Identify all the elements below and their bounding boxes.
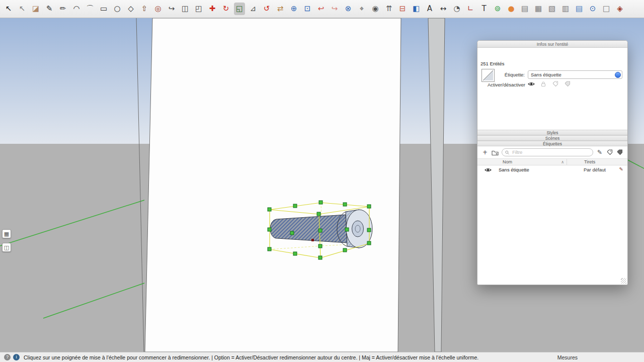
select-tool-icon[interactable]: ↖ [3,3,14,15]
help-icon[interactable]: ? [4,354,11,360]
scale-handle[interactable] [318,229,322,232]
add-tag-button[interactable]: + [481,148,489,156]
line-tool-icon[interactable]: ✎ [44,3,55,15]
solid-tools-icon[interactable]: ◰ [193,3,204,15]
scale-handle[interactable] [343,203,347,206]
text-tool-icon[interactable]: A [424,3,435,15]
followme-tool-icon[interactable]: ↪ [166,3,177,15]
scale-handle[interactable] [319,201,323,204]
zoom-tool-icon[interactable]: ⊕ [288,3,299,15]
tool-glyph: ⇈ [386,5,392,13]
tags-panel-icon[interactable]: ▥ [560,3,571,15]
outliner-panel-icon[interactable]: ▤ [574,3,585,15]
column-header-dashes[interactable]: Tirets [567,159,627,165]
tag-row[interactable]: Sans étiquette Par défaut ✎ [477,165,627,174]
add-tag-folder-button[interactable] [492,148,499,156]
receive-shadows-tag-icon[interactable] [563,80,572,87]
tray-tab-styles[interactable]: Styles [477,130,627,135]
rectangle-tool-icon[interactable]: ▭ [98,3,109,15]
protractor-tool-icon[interactable]: ◔ [451,3,462,15]
scale-handle[interactable] [317,212,320,216]
circle-tool-icon[interactable]: ○ [112,3,123,15]
scale-handle[interactable] [367,241,371,245]
scale-tool-icon[interactable]: ◱ [234,3,245,15]
measurements-input[interactable] [581,354,640,361]
scale-handle[interactable] [293,204,297,208]
scale-handle[interactable] [268,208,271,211]
offset-tool-icon[interactable]: ◎ [152,3,164,15]
tool-glyph: ◧ [413,5,420,13]
preferences-icon[interactable]: □ [601,3,612,15]
sort-caret-icon[interactable]: ∧ [561,160,564,164]
instructor-toggle-button[interactable]: ▦ [2,229,11,238]
scale-handle[interactable] [290,231,294,235]
tag-edit-pencil-icon[interactable]: ✎ [619,166,623,172]
visibility-eye-icon[interactable] [527,80,535,87]
extension-warehouse-icon[interactable]: ◈ [614,3,625,15]
previous-view-icon[interactable]: ↩ [315,3,327,15]
walk-tool-icon[interactable]: ⇈ [383,3,394,15]
components-panel-icon[interactable]: ▤ [519,3,530,15]
two-point-arc-tool-icon[interactable]: ⌒ [85,3,96,15]
freehand-tool-icon[interactable]: ✏ [57,3,68,15]
pushpull-tool-icon[interactable]: ⇧ [139,3,150,15]
panel-resize-grip[interactable] [621,278,626,284]
model-info-icon[interactable]: ⊙ [587,3,598,15]
paint-bucket-tool-icon[interactable]: ◧ [411,3,422,15]
tag-filled-icon[interactable] [616,148,623,156]
tape-measure-tool-icon[interactable]: ⊿ [248,3,259,15]
tags-filter-input[interactable] [511,149,590,155]
combo-dropdown-icon[interactable] [615,72,621,78]
tool-glyph: ✏ [60,5,66,13]
tags-filter-search[interactable] [502,148,593,156]
tag-visibility-eye-icon[interactable] [477,167,499,172]
arc-tool-icon[interactable]: ◠ [71,3,82,15]
scale-handle[interactable] [268,247,271,251]
tray-tab-scenes[interactable]: Scènes [477,135,627,141]
materials-panel-icon[interactable]: ▦ [533,3,544,15]
panel-title[interactable]: Infos sur l'entité [477,41,627,48]
intersect-tool-icon[interactable]: ◫ [180,3,191,15]
axes-tool-icon[interactable]: ∟ [465,3,476,15]
position-camera-icon[interactable]: ⌖ [356,3,367,15]
scale-handle[interactable] [318,244,322,248]
column-header-name[interactable]: Nom ∧ [477,159,567,164]
add-location-icon[interactable]: ⊚ [492,3,503,15]
next-view-icon[interactable]: ↪ [329,3,340,15]
rotate-tool-icon[interactable]: ↻ [220,3,231,15]
section-plane-tool-icon[interactable]: ⊟ [397,3,408,15]
component-person-icon[interactable]: ● [506,3,517,15]
move-tool-icon[interactable]: ✚ [207,3,218,15]
lasso-select-tool-icon[interactable]: ↖ [17,3,28,15]
dimension-tool-icon[interactable]: ↔ [438,3,449,15]
cast-shadows-tag-icon[interactable] [551,80,559,87]
polygon-tool-icon[interactable]: ◇ [125,3,136,15]
scale-handle[interactable] [345,228,349,231]
pan-tool-icon[interactable]: ⇄ [275,3,286,15]
tag-name[interactable]: Sans étiquette [499,167,567,172]
zoom-window-tool-icon[interactable]: ⊡ [302,3,313,15]
geolocation-icon[interactable]: i [13,354,20,360]
edit-pencil-icon[interactable]: ✎ [596,148,603,156]
styles-panel-icon[interactable]: ▧ [546,3,557,15]
lock-icon[interactable] [539,80,547,87]
etiquette-combobox[interactable]: Sans étiquette [528,70,622,79]
scale-handle[interactable] [268,228,271,231]
orbit-tool-icon[interactable]: ↺ [261,3,272,15]
drawing-plane-face[interactable] [145,18,401,352]
zoom-extents-icon[interactable]: ⊗ [343,3,354,15]
scale-handle[interactable] [318,256,322,259]
display-toggle-button[interactable]: ◫ [2,243,11,252]
tool-glyph: ↖ [19,5,26,13]
tag-outline-icon[interactable] [606,148,613,156]
scale-handle[interactable] [367,228,371,232]
3d-text-tool-icon[interactable]: T [478,3,490,15]
scale-handle[interactable] [293,252,297,255]
scale-handle[interactable] [343,248,347,252]
model-shaft[interactable] [270,215,347,243]
scale-handle[interactable] [367,205,371,208]
tag-dashes-value[interactable]: Par défaut [567,167,627,172]
eraser-tool-icon[interactable]: ◪ [30,3,41,15]
look-around-icon[interactable]: ◉ [370,3,381,15]
tray-tab-tags[interactable]: Étiquettes [477,141,627,146]
